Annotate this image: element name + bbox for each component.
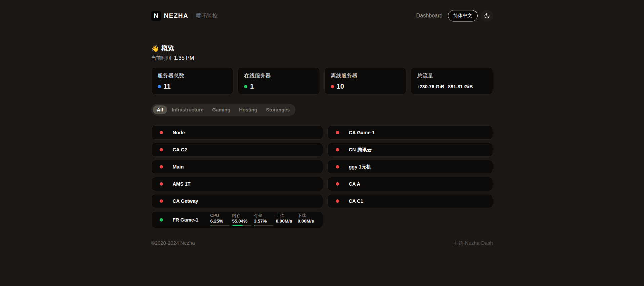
brand-divider bbox=[192, 13, 192, 19]
server-name: ggy 1元机 bbox=[349, 164, 387, 170]
tab-hosting[interactable]: Hosting bbox=[235, 105, 261, 114]
moon-icon bbox=[484, 13, 490, 19]
stat-card: 总流量 ↑230.76 GiB ↓891.81 GiB bbox=[411, 67, 493, 95]
server-stat-value: 3.57% bbox=[254, 219, 274, 224]
wave-emoji-icon: 👋 bbox=[151, 45, 159, 52]
status-dot bbox=[331, 85, 334, 88]
tab-infrastructure[interactable]: Infrastructure bbox=[168, 105, 207, 114]
server-name: CN 腾讯云 bbox=[349, 147, 387, 153]
progress-bar bbox=[254, 225, 273, 226]
server-row[interactable]: CA Game-1 bbox=[327, 126, 493, 140]
tab-all[interactable]: All bbox=[153, 105, 167, 114]
server-name: AMS 1T bbox=[173, 181, 210, 187]
page-title: 👋 概览 bbox=[151, 44, 493, 53]
server-stats: CPU6.25%内存55.04%存储3.57%上传0.00M/s下载0.00M/… bbox=[210, 213, 317, 226]
status-dot bbox=[336, 148, 339, 151]
server-row[interactable]: CA C1 bbox=[327, 194, 493, 208]
nav-dashboard-link[interactable]: Dashboard bbox=[416, 13, 442, 19]
status-dot bbox=[336, 182, 339, 186]
server-stat-label: 上传 bbox=[276, 213, 295, 218]
server-stat-value: 0.00M/s bbox=[298, 219, 317, 224]
stat-card: 服务器总数 11 bbox=[151, 67, 234, 95]
server-stat-下载: 下载0.00M/s bbox=[298, 213, 317, 224]
status-dot bbox=[158, 85, 161, 88]
status-dot bbox=[160, 165, 163, 169]
server-stat-label: 内存 bbox=[232, 213, 252, 218]
stat-card-value-row: 1 bbox=[244, 83, 314, 90]
stat-card-value: 11 bbox=[164, 83, 171, 90]
server-stat-存储: 存储3.57% bbox=[254, 213, 274, 226]
server-row[interactable]: CA A bbox=[327, 177, 493, 191]
server-row[interactable]: Node bbox=[151, 126, 323, 140]
server-row[interactable]: ggy 1元机 bbox=[327, 160, 493, 174]
stat-card-title: 服务器总数 bbox=[158, 73, 227, 80]
current-time-label: 当前时间 bbox=[151, 55, 171, 61]
stat-cards: 服务器总数 11 在线服务器 1 离线服务器 10 总流量 ↑230.76 Gi… bbox=[151, 67, 493, 95]
stat-card-traffic-value: ↑230.76 GiB ↓891.81 GiB bbox=[417, 84, 487, 89]
brand: N NEZHA 哪吒监控 bbox=[151, 11, 218, 21]
server-name: CA A bbox=[349, 181, 387, 187]
header-controls: Dashboard 简体中文 bbox=[416, 10, 493, 22]
stat-card: 在线服务器 1 bbox=[238, 67, 320, 95]
status-dot bbox=[160, 148, 163, 151]
server-stat-label: 存储 bbox=[254, 213, 274, 218]
brand-subtitle: 哪吒监控 bbox=[196, 12, 217, 19]
tab-gaming[interactable]: Gaming bbox=[208, 105, 234, 114]
theme-toggle-button[interactable] bbox=[481, 10, 493, 22]
status-dot bbox=[244, 85, 247, 88]
progress-bar bbox=[210, 225, 230, 226]
server-stat-上传: 上传0.00M/s bbox=[276, 213, 295, 224]
copyright-text: ©2020-2024 Nezha bbox=[151, 240, 195, 246]
server-stat-label: 下载 bbox=[298, 213, 317, 218]
stat-card-value: 1 bbox=[250, 83, 254, 90]
header: N NEZHA 哪吒监控 Dashboard 简体中文 bbox=[151, 0, 493, 22]
status-dot bbox=[160, 131, 163, 134]
server-stat-cpu: CPU6.25% bbox=[210, 213, 230, 226]
server-stat-value: 55.04% bbox=[232, 219, 252, 224]
stat-card-title: 在线服务器 bbox=[244, 73, 314, 80]
server-row[interactable]: FR Game-1 CPU6.25%内存55.04%存储3.57%上传0.00M… bbox=[151, 211, 323, 228]
server-stat-内存: 内存55.04% bbox=[232, 213, 252, 226]
server-row[interactable]: CA Getway bbox=[151, 194, 323, 208]
server-name: FR Game-1 bbox=[173, 217, 210, 223]
status-dot bbox=[336, 199, 339, 203]
current-time-value: 1:35 PM bbox=[174, 55, 194, 61]
progress-bar bbox=[232, 225, 251, 226]
group-tabs: AllInfrastructureGamingHostingStoranges bbox=[151, 104, 296, 116]
server-grid: Node CA Game-1 CA C2 CN 腾讯云 Main ggy 1元机… bbox=[151, 126, 493, 228]
server-row[interactable]: AMS 1T bbox=[151, 177, 323, 191]
nezha-logo-icon: N bbox=[151, 11, 161, 21]
server-row[interactable]: Main bbox=[151, 160, 323, 174]
server-name: CA Game-1 bbox=[349, 130, 387, 135]
stat-card-title: 离线服务器 bbox=[331, 73, 400, 80]
status-dot bbox=[336, 165, 339, 169]
server-name: CA Getway bbox=[173, 198, 210, 204]
brand-name: NEZHA bbox=[164, 12, 189, 19]
theme-credit-text: 主题-Nezha-Dash bbox=[453, 240, 493, 246]
stat-card-title: 总流量 bbox=[417, 73, 487, 80]
language-button[interactable]: 简体中文 bbox=[448, 10, 478, 21]
server-name: Node bbox=[173, 130, 210, 135]
footer: ©2020-2024 Nezha 主题-Nezha-Dash bbox=[151, 240, 493, 246]
server-row[interactable]: CN 腾讯云 bbox=[327, 143, 493, 157]
page-title-text: 概览 bbox=[161, 44, 174, 53]
status-dot bbox=[160, 218, 163, 222]
stat-card-value: 10 bbox=[337, 83, 344, 90]
stat-card-value-row: 11 bbox=[158, 83, 227, 90]
server-stat-value: 6.25% bbox=[210, 219, 230, 224]
server-stat-value: 0.00M/s bbox=[276, 219, 295, 224]
stat-card-value-row: 10 bbox=[331, 83, 400, 90]
progress-bar-fill bbox=[254, 225, 255, 226]
server-stat-label: CPU bbox=[210, 213, 230, 218]
server-name: Main bbox=[173, 164, 210, 170]
progress-bar-fill bbox=[232, 225, 243, 226]
server-name: CA C2 bbox=[173, 147, 210, 152]
page: N NEZHA 哪吒监控 Dashboard 简体中文 👋 概览 当前时间 1: bbox=[151, 0, 493, 246]
current-time: 当前时间 1:35 PM bbox=[151, 55, 493, 61]
status-dot bbox=[160, 182, 163, 186]
stat-card: 离线服务器 10 bbox=[324, 67, 407, 95]
status-dot bbox=[160, 199, 163, 203]
tab-storanges[interactable]: Storanges bbox=[262, 105, 294, 114]
progress-bar-fill bbox=[210, 225, 212, 226]
server-row[interactable]: CA C2 bbox=[151, 143, 323, 157]
